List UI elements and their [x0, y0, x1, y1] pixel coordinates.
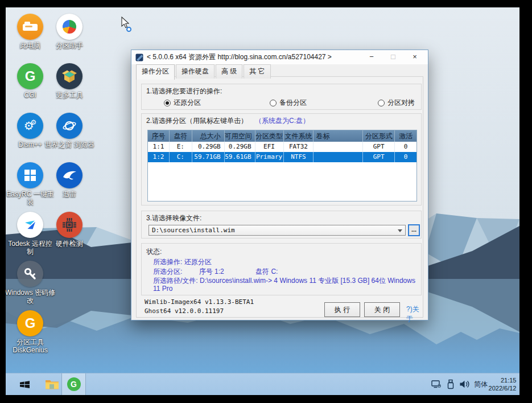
partition-table: 序号 盘符 总大小 可用空间 分区类型 文件系统 卷标 分区形式 激活 1:1 …	[147, 130, 417, 202]
radio-selected-icon	[164, 100, 171, 106]
taskbar: G	[6, 373, 519, 395]
radio-restore-partition[interactable]: 还原分区	[164, 98, 201, 108]
desktop-icon-thunder[interactable]: 迅雷	[44, 162, 94, 198]
system-disk-hint[interactable]: （系统盘为C:盘）	[255, 116, 310, 126]
status-path-line: 所选路径/文件: D:\sources\install.wim-> 4 Wind…	[153, 277, 419, 293]
ghost-app-icon: G	[67, 377, 81, 391]
tab-page-operate-partition: 1.请选择您要进行的操作: 还原分区 备份分区 分区对拷	[136, 76, 423, 318]
tray-date: 2022/6/12	[489, 384, 517, 392]
file-explorer-icon	[45, 379, 59, 390]
status-partition-no: 序号 1:2	[199, 268, 224, 275]
desktop-icon-label: 迅雷	[44, 190, 94, 198]
cgi-icon: G	[17, 63, 43, 89]
status-partition-line: 所选分区: 序号 1:2 盘符 C:	[153, 267, 278, 277]
radio-partition-copy[interactable]: 分区对拷	[378, 98, 415, 108]
desktop-icon-hardware-check[interactable]: 硬件检测	[44, 212, 94, 248]
execute-button[interactable]: 执 行	[324, 302, 360, 317]
radio-label: 备份分区	[279, 98, 307, 108]
desktop-icon-label: 分区助手	[44, 42, 94, 50]
app-window-icon	[135, 54, 143, 61]
start-button[interactable]	[13, 373, 36, 395]
this-pc-icon	[17, 14, 43, 40]
col-header-scheme[interactable]: 分区形式	[363, 130, 395, 142]
status-box: 状态: 所选操作: 还原分区 所选分区: 序号 1:2 盘符 C: 所选路径/文…	[141, 243, 422, 295]
tab-advanced[interactable]: 高 级	[216, 64, 242, 79]
tab-operate-partition[interactable]: 操作分区	[136, 64, 175, 80]
col-header-active[interactable]: 激活	[395, 130, 416, 142]
tray-network-icon[interactable]	[430, 373, 443, 395]
win-password-icon	[17, 261, 43, 287]
taskbar-item-explorer[interactable]	[40, 373, 64, 395]
desktop-icon-diskgenius[interactable]: G 分区工具 DiskGenius	[6, 310, 55, 354]
desktop-icon-label: 硬件检测	[44, 240, 94, 248]
partition-table-header: 序号 盘符 总大小 可用空间 分区类型 文件系统 卷标 分区形式 激活	[148, 130, 416, 142]
taskbar-item-ghost-app[interactable]: G	[61, 373, 86, 395]
section-partition-select: 2.请选择分区（用鼠标左键单击） （系统盘为C:盘） 序号 盘符 总大小 可用空…	[141, 113, 422, 205]
app-window: < 5.0.0.6 x64 资源外置 http://blog.sina.com.…	[131, 50, 428, 320]
col-header-label[interactable]: 卷标	[314, 130, 363, 142]
radio-backup-partition[interactable]: 备份分区	[270, 98, 307, 108]
tray-volume-icon[interactable]	[457, 373, 472, 395]
section-image-file: 3.请选择映像文件: D:\sources\install.wim ...	[141, 211, 422, 238]
desktop-icon-world-browser[interactable]: 世界之窗 浏览器	[44, 113, 94, 149]
windows-start-icon	[19, 380, 30, 389]
desktop-icon-label: 分区工具 DiskGenius	[6, 338, 55, 354]
col-header-fs[interactable]: 文件系统	[284, 130, 314, 142]
tray-clock[interactable]: 21:15 2022/6/12	[486, 373, 518, 395]
dism-icon: ⚙⚙	[17, 113, 43, 139]
tab-operate-disk[interactable]: 操作硬盘	[176, 64, 215, 79]
window-title: < 5.0.0.6 x64 资源外置 http://blog.sina.com.…	[147, 52, 332, 62]
desktop-icon-more-tools[interactable]: 更多工具	[44, 63, 94, 99]
status-partition-label: 所选分区:	[153, 268, 182, 275]
image-file-value: D:\sources\install.wim	[152, 227, 235, 234]
combo-dropdown-icon[interactable]	[398, 229, 402, 232]
col-header-size[interactable]: 总大小	[192, 130, 225, 142]
status-operation-line: 所选操作: 还原分区	[153, 257, 212, 267]
radio-label: 还原分区	[174, 98, 201, 108]
desktop-icon-partition-assistant[interactable]: 分区助手	[44, 14, 94, 50]
diskgenius-icon: G	[17, 310, 43, 336]
section-operation: 1.请选择您要进行的操作: 还原分区 备份分区 分区对拷	[141, 84, 422, 110]
tab-strip: 操作分区 操作硬盘 高 级 其 它	[136, 64, 272, 79]
cursor-busy-indicator	[126, 27, 131, 32]
tray-time: 21:15	[489, 376, 517, 384]
col-header-index[interactable]: 序号	[148, 130, 170, 142]
ghost-version-text: Ghost64 v12.0.0.11197	[145, 307, 224, 315]
section-image-title: 3.请选择映像文件:	[146, 213, 201, 223]
desktop-icon-label: 世界之窗 浏览器	[44, 141, 94, 149]
radio-unselected-icon	[378, 100, 385, 106]
world-browser-icon	[56, 113, 83, 139]
status-partition-drive: 盘符 C:	[255, 268, 278, 275]
browse-button[interactable]: ...	[408, 224, 420, 236]
table-row-efi[interactable]: 1:1 E: 0.29GB 0.29GB EFI FAT32 GPT 0	[148, 142, 416, 152]
close-dialog-button[interactable]: 关 闭	[364, 302, 400, 317]
easyrc-icon	[17, 162, 43, 188]
about-link[interactable]: ?)关于	[406, 305, 423, 324]
tray-usb-icon[interactable]	[444, 373, 457, 395]
wimlib-version-text: Wimlib-Imagex64 v1.13.3-BETA1	[145, 298, 254, 306]
todesk-icon	[17, 212, 43, 238]
tab-other[interactable]: 其 它	[244, 64, 270, 79]
thunder-icon	[56, 162, 83, 188]
section-operation-title: 1.请选择您要进行的操作:	[146, 87, 222, 96]
desktop-icon-label: 更多工具	[44, 91, 94, 99]
radio-unselected-icon	[270, 100, 277, 106]
minimize-button[interactable]: −	[361, 50, 382, 64]
image-file-combobox[interactable]: D:\sources\install.wim	[149, 225, 406, 236]
screen: 此电脑 分区助手 G CGI 更多工具	[0, 0, 532, 403]
more-tools-icon	[56, 63, 83, 89]
window-titlebar[interactable]: < 5.0.0.6 x64 资源外置 http://blog.sina.com.…	[131, 50, 428, 64]
col-header-type[interactable]: 分区类型	[255, 130, 284, 142]
maximize-button[interactable]: □	[382, 50, 404, 64]
status-label: 状态:	[146, 247, 162, 257]
close-button[interactable]: ×	[404, 50, 426, 64]
col-header-free[interactable]: 可用空间	[225, 130, 255, 142]
section-partition-title: 2.请选择分区（用鼠标左键单击）	[146, 116, 248, 126]
desktop-icon-win-password[interactable]: Windows 密码修改	[6, 261, 55, 305]
partition-assistant-icon	[56, 14, 83, 40]
table-row-primary-selected[interactable]: 1:2 C: 59.71GB 59.61GB Primary NTFS GPT …	[148, 152, 416, 162]
hardware-check-icon	[56, 212, 83, 238]
col-header-drive[interactable]: 盘符	[170, 130, 192, 142]
desktop-icon-label: Windows 密码修改	[6, 289, 55, 305]
radio-label: 分区对拷	[387, 98, 415, 108]
